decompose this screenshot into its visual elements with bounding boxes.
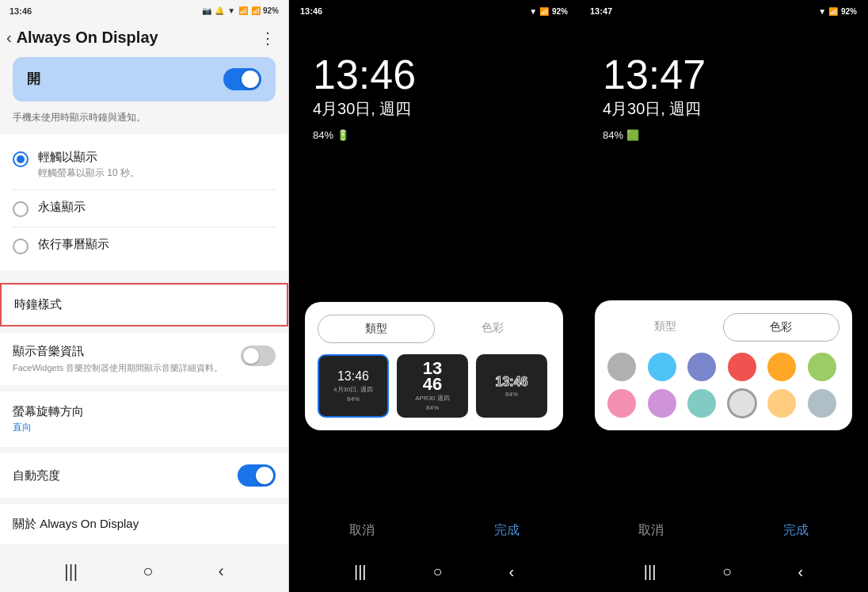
- bottom-actions-2: 取消 完成: [289, 510, 579, 551]
- header-left: ‹ Always On Display: [6, 29, 158, 47]
- type-tabs: 類型 色彩: [318, 315, 550, 343]
- phone-panel-3: 13:47 ▼ 📶 92% 13:47 4月30日, 週四 84% 🟩 類型 色…: [579, 0, 868, 592]
- color-dot-4[interactable]: [767, 353, 796, 381]
- color-dot-10[interactable]: [767, 389, 796, 418]
- color-grid: [607, 353, 839, 418]
- clock-preview-2[interactable]: 1346 APR30 週四 84%: [397, 354, 468, 418]
- preview-time-outline: 13:46: [496, 375, 528, 389]
- radio-text-tap: 輕觸以顯示 輕觸螢幕以顯示 10 秒。: [38, 150, 139, 180]
- confirm-button-3[interactable]: 完成: [783, 522, 809, 539]
- preview-batt-3: 84%: [505, 391, 518, 398]
- more-options-button[interactable]: ⋮: [260, 29, 276, 48]
- settings-panel: 13:46 📷 🔔 ▼ 📶 📶 92% ‹ Always On Display …: [0, 0, 289, 592]
- aod-date-2: 4月30日, 週四: [313, 98, 411, 120]
- radio-calendar-label: 依行事曆顯示: [38, 237, 109, 252]
- on-off-toggle[interactable]: [223, 68, 261, 90]
- color-tabs: 類型 色彩: [607, 313, 839, 342]
- about-item[interactable]: 關於 Always On Display: [0, 504, 288, 544]
- on-off-toggle-row: 開: [13, 57, 276, 101]
- radio-text-always: 永遠顯示: [38, 200, 86, 215]
- phone-nav-menu-2[interactable]: |||: [354, 563, 367, 581]
- color-dot-6[interactable]: [607, 389, 636, 418]
- preview-time-split: 1346: [423, 361, 442, 392]
- radio-circle-calendar: [13, 239, 29, 254]
- color-tab-type[interactable]: 類型: [607, 313, 723, 342]
- confirm-button-2[interactable]: 完成: [494, 522, 520, 539]
- auto-brightness-row: 自動亮度: [0, 453, 288, 498]
- radio-calendar-show[interactable]: 依行事曆顯示: [0, 227, 288, 264]
- notification-icon: 🔔: [215, 6, 224, 15]
- battery-icon-2: 🔋: [337, 129, 349, 141]
- phone-status-icons-3: ▼ 📶 92%: [818, 7, 857, 16]
- clock-previews: 13:46 4月30日, 週四 84% 1346 APR30 週四 84% 13…: [318, 354, 550, 418]
- clock-preview-3[interactable]: 13:46 84%: [476, 354, 547, 418]
- battery-text: 📶 92%: [251, 6, 279, 15]
- screen-rotation-item[interactable]: 螢幕旋轉方向 直向: [0, 391, 288, 447]
- toggle-subtitle: 手機未使用時顯示時鐘與通知。: [0, 108, 288, 134]
- phone-nav-home-3[interactable]: ○: [722, 563, 732, 581]
- color-dot-8[interactable]: [687, 389, 716, 418]
- page-title: Always On Display: [17, 29, 158, 47]
- color-dot-2[interactable]: [687, 353, 716, 381]
- color-dot-9[interactable]: [728, 389, 756, 418]
- music-toggle-row: 顯示音樂資訊 FaceWidgets 音樂控制器使用期間顯示音樂詳細資料。: [13, 344, 276, 374]
- nav-home-icon[interactable]: ○: [143, 561, 153, 582]
- music-text-group: 顯示音樂資訊 FaceWidgets 音樂控制器使用期間顯示音樂詳細資料。: [13, 344, 223, 374]
- phone-panel-2: 13:46 ▼ 📶 92% 13:46 4月30日, 週四 84% 🔋 類型 色…: [289, 0, 579, 592]
- clock-style-label: 時鐘樣式: [14, 297, 62, 311]
- radio-tap-to-show[interactable]: 輕觸以顯示 輕觸螢幕以顯示 10 秒。: [0, 140, 288, 189]
- phone-nav-home-2[interactable]: ○: [432, 563, 442, 581]
- status-icons-1: 📷 🔔 ▼ 📶 📶 92%: [202, 6, 279, 15]
- screen-rotation-label: 螢幕旋轉方向: [13, 404, 276, 419]
- tab-type[interactable]: 類型: [318, 315, 435, 343]
- phone-nav-menu-3[interactable]: |||: [644, 563, 657, 581]
- music-subtitle: FaceWidgets 音樂控制器使用期間顯示音樂詳細資料。: [13, 362, 223, 374]
- camera-icon: 📷: [202, 6, 211, 15]
- clock-style-item[interactable]: 時鐘樣式: [0, 283, 288, 327]
- phone-battery-2: 92%: [552, 7, 568, 16]
- color-dot-3[interactable]: [728, 353, 756, 381]
- color-dot-5[interactable]: [808, 353, 836, 381]
- phone-nav-back-2[interactable]: ‹: [508, 563, 514, 581]
- bottom-actions-3: 取消 完成: [579, 510, 868, 551]
- preview-date-1: 4月30日, 週四: [333, 385, 373, 394]
- aod-time-3: 13:47: [603, 54, 706, 95]
- clock-preview-1[interactable]: 13:46 4月30日, 週四 84%: [318, 354, 389, 418]
- type-selector: 類型 色彩 13:46 4月30日, 週四 84% 1346 APR30 週四 …: [305, 302, 563, 430]
- preview-batt-1: 84%: [347, 395, 360, 403]
- radio-text-calendar: 依行事曆顯示: [38, 237, 109, 252]
- phone-nav-back-3[interactable]: ‹: [798, 563, 804, 581]
- color-dot-7[interactable]: [648, 389, 676, 418]
- toggle-label: 開: [27, 70, 40, 88]
- phone-screen-3: 13:47 4月30日, 週四 84% 🟩 類型 色彩: [579, 22, 868, 510]
- color-tab-color[interactable]: 色彩: [723, 313, 840, 342]
- music-toggle[interactable]: [241, 346, 276, 366]
- cancel-button-2[interactable]: 取消: [349, 522, 375, 539]
- color-dot-11[interactable]: [808, 389, 836, 418]
- preview-batt-2: 84%: [426, 404, 439, 411]
- tab-color[interactable]: 色彩: [435, 315, 550, 343]
- battery-percent-2: 84%: [313, 129, 333, 141]
- cancel-button-3[interactable]: 取消: [638, 522, 664, 539]
- phone-signal-3: ▼ 📶: [818, 7, 838, 16]
- phone-time-2: 13:46: [300, 6, 322, 16]
- radio-always-show[interactable]: 永遠顯示: [0, 190, 288, 227]
- nav-menu-icon[interactable]: |||: [64, 561, 78, 582]
- radio-tap-sublabel: 輕觸螢幕以顯示 10 秒。: [38, 166, 139, 180]
- radio-circle-tap: [13, 151, 29, 167]
- status-time-1: 13:46: [10, 6, 32, 16]
- phone-signal-2: ▼ 📶: [529, 7, 549, 16]
- header: ‹ Always On Display ⋮: [0, 22, 288, 57]
- aod-date-3: 4月30日, 週四: [603, 98, 701, 120]
- back-button[interactable]: ‹: [6, 29, 12, 47]
- color-dot-0[interactable]: [607, 353, 636, 381]
- nav-back-icon[interactable]: ‹: [219, 561, 224, 582]
- aod-time-2: 13:46: [313, 54, 416, 95]
- auto-brightness-toggle[interactable]: [238, 464, 276, 487]
- preview-date-2: APR30 週四: [415, 394, 450, 403]
- color-dot-1[interactable]: [648, 353, 676, 381]
- phone-screen-2: 13:46 4月30日, 週四 84% 🔋 類型 色彩 13:46 4月30日,…: [289, 22, 579, 510]
- aod-battery-3: 84% 🟩: [603, 129, 639, 141]
- radio-circle-always: [13, 201, 29, 217]
- music-info-section: 顯示音樂資訊 FaceWidgets 音樂控制器使用期間顯示音樂詳細資料。: [0, 333, 288, 385]
